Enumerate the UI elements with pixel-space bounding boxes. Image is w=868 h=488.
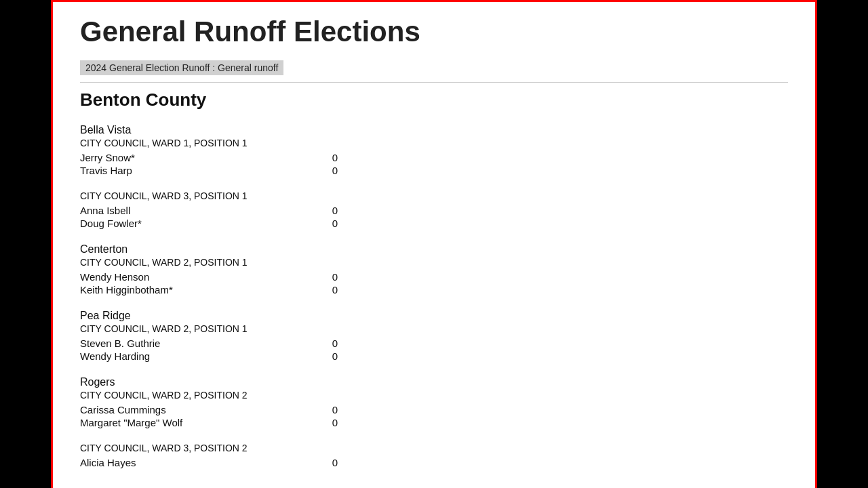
table-row: Steven B. Guthrie0 [80, 337, 338, 350]
breadcrumb: 2024 General Election Runoff : General r… [80, 60, 283, 75]
candidate-votes: 0 [332, 350, 338, 362]
city-block: Pea RidgeCITY COUNCIL, WARD 2, POSITION … [80, 310, 788, 363]
candidate-name: Travis Harp [80, 165, 319, 176]
city-name: Rogers [80, 376, 788, 388]
candidate-name: Anna Isbell [80, 205, 319, 216]
city-name: Pea Ridge [80, 310, 788, 322]
candidate-votes: 0 [332, 165, 338, 176]
race-block: CITY COUNCIL, WARD 3, POSITION 2Alicia H… [80, 443, 788, 469]
city-block: Bella VistaCITY COUNCIL, WARD 1, POSITIO… [80, 124, 788, 230]
candidate-votes: 0 [332, 205, 338, 216]
candidate-name: Carissa Cummings [80, 404, 319, 415]
candidate-name: Margaret "Marge" Wolf [80, 417, 319, 428]
city-block: CentertonCITY COUNCIL, WARD 2, POSITION … [80, 243, 788, 296]
candidate-votes: 0 [332, 218, 338, 229]
race-title: CITY COUNCIL, WARD 2, POSITION 1 [80, 323, 788, 334]
candidate-name: Jerry Snow* [80, 152, 319, 163]
table-row: Travis Harp0 [80, 164, 338, 177]
candidate-name: Wendy Henson [80, 271, 319, 283]
table-row: Jerry Snow*0 [80, 151, 338, 164]
race-block: CITY COUNCIL, WARD 2, POSITION 1Steven B… [80, 323, 788, 363]
city-block: RogersCITY COUNCIL, WARD 2, POSITION 2Ca… [80, 376, 788, 469]
candidate-name: Doug Fowler* [80, 218, 319, 229]
race-title: CITY COUNCIL, WARD 2, POSITION 1 [80, 257, 788, 268]
race-title: CITY COUNCIL, WARD 3, POSITION 1 [80, 190, 788, 201]
table-row: Wendy Henson0 [80, 270, 338, 283]
race-title: CITY COUNCIL, WARD 1, POSITION 1 [80, 138, 788, 148]
table-row: Keith Higginbotham*0 [80, 283, 338, 296]
county-title: Benton County [80, 89, 788, 110]
candidate-votes: 0 [332, 417, 338, 428]
candidate-name: Wendy Harding [80, 350, 319, 362]
candidate-name: Steven B. Guthrie [80, 338, 319, 349]
race-block: CITY COUNCIL, WARD 3, POSITION 1Anna Isb… [80, 190, 788, 230]
table-row: Wendy Harding0 [80, 350, 338, 363]
candidate-votes: 0 [332, 271, 338, 283]
city-name: Bella Vista [80, 124, 788, 136]
city-name: Centerton [80, 243, 788, 256]
race-title: CITY COUNCIL, WARD 2, POSITION 2 [80, 390, 788, 401]
table-row: Margaret "Marge" Wolf0 [80, 416, 338, 429]
candidate-name: Keith Higginbotham* [80, 284, 319, 296]
table-row: Doug Fowler*0 [80, 217, 338, 230]
race-block: CITY COUNCIL, WARD 2, POSITION 1Wendy He… [80, 257, 788, 296]
candidate-name: Alicia Hayes [80, 457, 319, 468]
main-container: General Runoff Elections 2024 General El… [51, 0, 817, 488]
race-block: CITY COUNCIL, WARD 1, POSITION 1Jerry Sn… [80, 138, 788, 177]
page-title: General Runoff Elections [80, 16, 788, 48]
candidate-votes: 0 [332, 404, 338, 415]
sections-container: Bella VistaCITY COUNCIL, WARD 1, POSITIO… [80, 124, 788, 469]
candidate-votes: 0 [332, 152, 338, 163]
table-row: Alicia Hayes0 [80, 456, 338, 469]
table-row: Carissa Cummings0 [80, 403, 338, 416]
race-block: CITY COUNCIL, WARD 2, POSITION 2Carissa … [80, 390, 788, 429]
candidate-votes: 0 [332, 457, 338, 468]
divider [80, 82, 788, 83]
candidate-votes: 0 [332, 338, 338, 349]
race-title: CITY COUNCIL, WARD 3, POSITION 2 [80, 443, 788, 453]
table-row: Anna Isbell0 [80, 204, 338, 217]
candidate-votes: 0 [332, 284, 338, 296]
